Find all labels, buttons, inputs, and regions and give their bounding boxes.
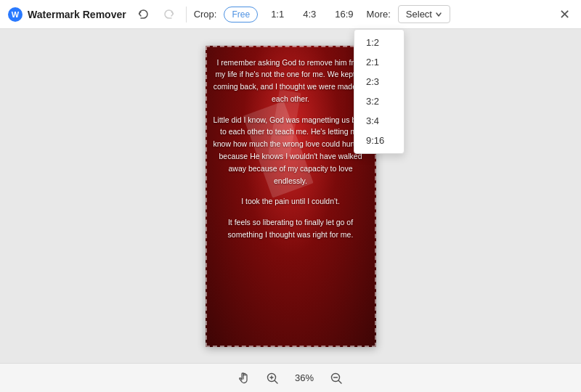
divider-1: [186, 7, 187, 23]
hand-icon: [238, 372, 251, 385]
undo-icon: [137, 9, 149, 20]
dropdown-item-3-4[interactable]: 3:4: [354, 111, 404, 131]
main-canvas: I remember asking God to remove him from…: [0, 29, 581, 363]
crop-4-3-button[interactable]: 4:3: [297, 7, 322, 22]
redo-icon: [163, 9, 175, 20]
image-text-p1: I remember asking God to remove him from…: [213, 57, 369, 105]
crop-16-9-button[interactable]: 16:9: [329, 7, 359, 22]
bottom-bar: 36%: [0, 363, 581, 392]
image-text-p4: It feels so liberating to finally let go…: [213, 216, 369, 241]
toolbar: W Watermark Remover Crop: Free 1:1 4:3 1…: [0, 0, 581, 29]
zoom-in-icon: [266, 372, 279, 385]
app-logo-icon: W: [7, 7, 23, 23]
image-text-p2: Little did I know, God was magnetting us…: [213, 114, 369, 187]
app-title: Watermark Remover: [28, 9, 126, 20]
zoom-out-icon: [330, 372, 343, 385]
dropdown-item-2-1[interactable]: 2:1: [354, 52, 404, 72]
zoom-out-button[interactable]: [328, 369, 345, 387]
dropdown-item-2-3[interactable]: 2:3: [354, 72, 404, 91]
undo-button[interactable]: [134, 5, 153, 24]
svg-line-5: [275, 380, 277, 383]
dropdown-item-3-2[interactable]: 3:2: [354, 91, 404, 111]
zoom-level: 36%: [291, 372, 317, 383]
crop-free-button[interactable]: Free: [224, 7, 258, 23]
select-dropdown-button[interactable]: Select: [398, 5, 450, 23]
svg-line-8: [338, 380, 341, 383]
close-button[interactable]: ✕: [555, 5, 574, 24]
crop-1-1-button[interactable]: 1:1: [265, 7, 290, 22]
image-background: I remember asking God to remove him from…: [206, 46, 376, 347]
image-text-p3: I took the pain until I couldn't.: [213, 195, 369, 208]
select-dropdown-menu: 1:22:12:33:23:49:16: [354, 29, 405, 154]
redo-button[interactable]: [160, 5, 179, 24]
image-preview: I remember asking God to remove him from…: [206, 46, 376, 347]
dropdown-item-1-2[interactable]: 1:2: [354, 33, 404, 52]
chevron-down-icon: [435, 11, 442, 18]
app-logo: W Watermark Remover: [7, 7, 126, 23]
dropdown-item-9-16[interactable]: 9:16: [354, 131, 404, 150]
image-text-overlay: I remember asking God to remove him from…: [206, 46, 376, 261]
select-label: Select: [406, 9, 432, 20]
hand-tool-button[interactable]: [236, 369, 253, 387]
svg-text:W: W: [12, 10, 20, 19]
crop-label: Crop:: [194, 9, 217, 20]
more-label: More:: [367, 9, 391, 20]
zoom-in-button[interactable]: [264, 369, 281, 387]
